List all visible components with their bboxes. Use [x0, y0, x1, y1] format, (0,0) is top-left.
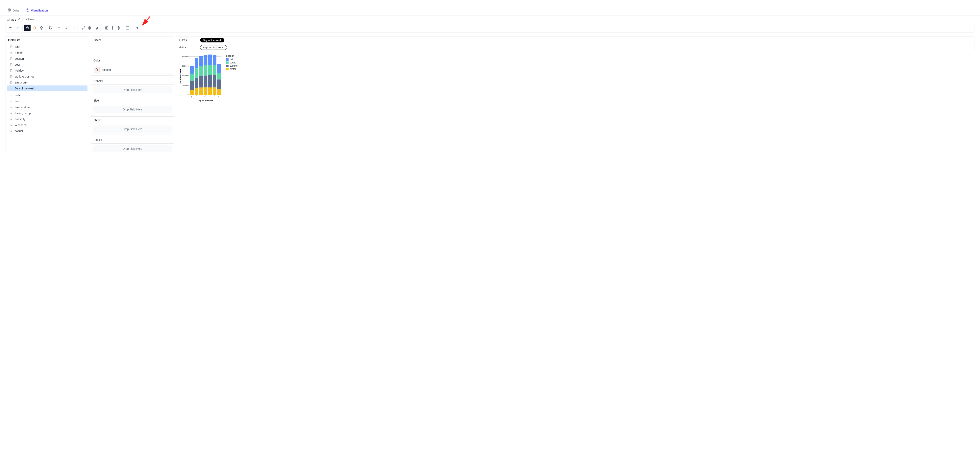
field-item[interactable]: temperature — [7, 104, 88, 110]
legend-item[interactable]: summer — [226, 64, 238, 67]
svg-point-6 — [106, 27, 107, 27]
sort-asc-button[interactable] — [54, 25, 61, 31]
field-item[interactable]: humidity — [7, 116, 88, 122]
aggregation-button[interactable] — [24, 25, 30, 31]
expand-button[interactable] — [80, 25, 87, 31]
settings-button[interactable] — [115, 25, 122, 31]
image-button[interactable] — [103, 25, 110, 31]
svg-rect-75 — [199, 67, 203, 76]
field-item[interactable]: month — [7, 50, 88, 56]
edit-icon — [17, 18, 20, 21]
legend-swatch — [226, 68, 229, 70]
chat-button[interactable] — [31, 25, 38, 31]
field-item[interactable]: hour — [7, 99, 88, 104]
wrench-button[interactable] — [94, 25, 101, 31]
color-shelf[interactable]: Color season — [91, 57, 174, 76]
tab-visualization[interactable]: Visualization — [22, 6, 51, 15]
field-item[interactable]: am or pm — [7, 79, 88, 86]
field-item[interactable]: winspeed — [7, 122, 88, 128]
layout-gear-icon[interactable] — [88, 25, 91, 31]
field-item[interactable]: casual — [7, 128, 88, 134]
legend-label: fall — [230, 58, 233, 61]
svg-rect-88 — [208, 54, 212, 65]
filters-shelf[interactable]: Filters — [91, 36, 174, 55]
undo-button[interactable] — [7, 25, 14, 31]
separator — [70, 25, 70, 30]
shape-shelf[interactable]: Shape Drop Field Here — [91, 116, 174, 134]
svg-text:sum(registered): sum(registered) — [179, 68, 181, 84]
trash-icon[interactable] — [94, 67, 100, 73]
drop-zone[interactable]: Drop Field Here — [93, 106, 172, 113]
field-item[interactable]: season — [7, 56, 88, 62]
opacity-shelf[interactable]: Opacity Drop Field Here — [91, 77, 174, 95]
size-shelf[interactable]: Size Drop Field Here — [91, 97, 174, 115]
field-item[interactable]: Day of the week — [7, 86, 88, 91]
drop-zone[interactable]: Drop Field Here — [93, 145, 172, 152]
drop-zone[interactable]: Drop Field Here — [93, 86, 172, 94]
y-axis-pill-label: registered — [203, 46, 215, 49]
svg-rect-79 — [204, 87, 207, 95]
doc-icon — [10, 45, 13, 48]
field-item-label: winspeed — [15, 124, 27, 127]
chart-tab-1[interactable]: Chart 1 — [4, 16, 23, 23]
hash-icon — [10, 51, 13, 54]
svg-point-10 — [136, 27, 137, 28]
hash-icon — [10, 106, 13, 109]
hash-icon — [10, 100, 13, 103]
y-axis-row: Y-Axis registered sum — [176, 44, 974, 51]
svg-rect-93 — [213, 65, 216, 75]
svg-line-3 — [82, 29, 83, 29]
chart-tab-new[interactable]: + New — [23, 16, 37, 23]
field-item[interactable]: work yes or not — [7, 73, 88, 79]
y-axis-pill[interactable]: registered sum — [200, 45, 227, 50]
svg-rect-61 — [190, 90, 194, 95]
layers-button[interactable] — [38, 25, 45, 31]
doc-icon — [10, 81, 13, 84]
field-item[interactable]: holiday — [7, 68, 88, 73]
legend-label: winter — [230, 68, 236, 70]
code-button[interactable] — [124, 25, 131, 31]
svg-line-43 — [11, 124, 11, 126]
tab-data[interactable]: Data — [4, 6, 22, 15]
svg-text:4: 4 — [208, 96, 210, 98]
legend-swatch — [226, 62, 229, 64]
svg-rect-68 — [195, 78, 198, 88]
tab-data-label: Data — [13, 9, 19, 12]
field-list-body: datemonthseasonyearholidaywork yes or no… — [6, 44, 89, 134]
legend-item[interactable]: fall — [226, 58, 238, 61]
svg-text:5: 5 — [213, 96, 215, 97]
separator — [132, 25, 132, 30]
field-item[interactable]: year — [7, 62, 88, 68]
y-axis-agg[interactable]: sum — [216, 46, 225, 49]
svg-rect-85 — [208, 87, 212, 95]
redo-button[interactable] — [14, 25, 21, 31]
axis-toggle-button[interactable] — [71, 25, 78, 31]
svg-text:6: 6 — [217, 96, 220, 97]
field-item-label: month — [15, 51, 22, 54]
color-chip[interactable]: season — [93, 66, 172, 74]
details-shelf[interactable]: Details Drop Field Here — [91, 136, 174, 154]
svg-point-0 — [8, 9, 11, 10]
legend-item[interactable]: winter — [226, 68, 238, 70]
drop-zone[interactable]: Drop Field Here — [93, 126, 172, 133]
field-item[interactable]: feeling_temp — [7, 110, 88, 116]
field-item-label: Day of the week — [15, 87, 35, 90]
shape-label: Shape — [91, 117, 174, 124]
database-icon — [8, 8, 11, 13]
doc-icon — [10, 57, 13, 60]
field-item-label: season — [15, 57, 24, 60]
field-item[interactable]: date — [7, 44, 88, 50]
refresh-button[interactable] — [48, 25, 54, 31]
sort-desc-button[interactable] — [62, 25, 68, 31]
chart-panel: X-Axis Day of the week Y-Axis registered… — [176, 36, 974, 154]
user-button[interactable] — [134, 25, 140, 31]
x-axis-pill[interactable]: Day of the week — [200, 38, 224, 43]
svg-point-4 — [89, 27, 90, 29]
pie-chart-icon — [26, 8, 29, 13]
image-gear-icon[interactable] — [110, 25, 115, 31]
legend-title: season — [226, 54, 238, 57]
field-item[interactable]: index — [7, 92, 88, 99]
chart-plot: 0100,000200,000300,000400,000sum(registe… — [178, 54, 223, 102]
svg-rect-92 — [213, 75, 216, 87]
legend-item[interactable]: spring — [226, 61, 238, 64]
